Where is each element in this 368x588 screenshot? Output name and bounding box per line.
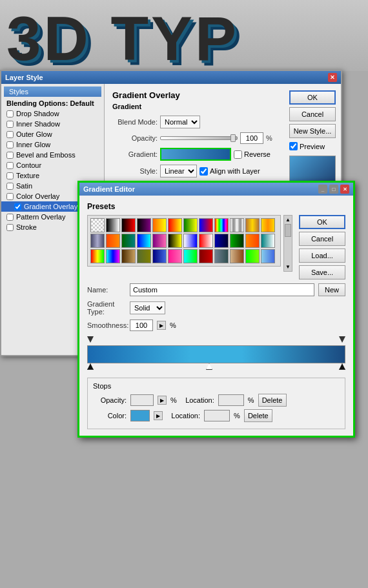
ge-new-button[interactable]: New xyxy=(318,283,345,296)
opacity-slider-thumb[interactable] xyxy=(230,134,236,142)
maximize-button[interactable]: □ xyxy=(329,185,338,194)
drop-shadow-checkbox[interactable] xyxy=(6,110,14,117)
outer-glow-checkbox[interactable] xyxy=(6,131,14,138)
preset-white-blue[interactable] xyxy=(183,234,198,248)
opacity-slider-track[interactable] xyxy=(160,136,238,140)
sidebar-item-contour[interactable]: Contour xyxy=(1,160,104,170)
preset-black-red[interactable] xyxy=(121,218,136,232)
name-input[interactable] xyxy=(130,283,314,296)
gradient-bar[interactable] xyxy=(87,345,345,363)
preset-copper[interactable] xyxy=(245,218,260,232)
preset-black-yellow[interactable] xyxy=(168,234,182,248)
preset-sky[interactable] xyxy=(261,249,275,263)
preset-steel[interactable] xyxy=(90,234,105,248)
sidebar-item-blending[interactable]: Blending Options: Default xyxy=(1,98,104,108)
color-delete-button[interactable]: Delete xyxy=(244,409,272,422)
preset-rainbow[interactable] xyxy=(214,218,229,232)
ge-cancel-button[interactable]: Cancel xyxy=(299,232,345,246)
ge-ok-button[interactable]: OK xyxy=(299,215,345,229)
color-stop-left[interactable] xyxy=(87,363,94,370)
preset-red-yellow[interactable] xyxy=(168,218,182,232)
presets-scrollbar[interactable]: ▲ ▼ xyxy=(283,215,292,272)
pattern-overlay-checkbox[interactable] xyxy=(6,214,14,221)
gradient-type-select[interactable]: Solid Noise xyxy=(130,301,165,314)
scroll-down-arrow[interactable]: ▼ xyxy=(285,264,291,270)
preset-multi1[interactable] xyxy=(90,249,105,263)
layer-style-close-button[interactable]: ✕ xyxy=(328,73,337,82)
texture-checkbox[interactable] xyxy=(6,172,14,179)
satin-checkbox[interactable] xyxy=(6,183,14,190)
smoothness-input[interactable] xyxy=(130,319,153,331)
bevel-checkbox[interactable] xyxy=(6,152,14,159)
blend-mode-select[interactable]: Normal xyxy=(160,116,200,128)
scroll-up-arrow[interactable]: ▲ xyxy=(285,217,291,223)
preset-maroon[interactable] xyxy=(199,249,213,263)
stops-opacity-location-input[interactable] xyxy=(218,394,244,406)
gradient-swatch[interactable] xyxy=(160,148,231,161)
preset-orange-red[interactable] xyxy=(106,234,120,248)
preset-green-dark[interactable] xyxy=(230,234,244,248)
sidebar-item-inner-glow[interactable]: Inner Glow xyxy=(1,139,104,150)
preset-transparent[interactable] xyxy=(90,218,105,232)
preset-blue-cyan[interactable] xyxy=(137,234,151,248)
preset-pink[interactable] xyxy=(168,249,182,263)
preview-checkbox[interactable] xyxy=(289,142,298,150)
reverse-checkbox[interactable] xyxy=(234,150,242,159)
color-swatch[interactable] xyxy=(130,410,150,421)
preset-cyan-green[interactable] xyxy=(183,249,198,263)
color-arrow[interactable]: ▶ xyxy=(154,411,163,420)
preset-slate[interactable] xyxy=(214,249,229,263)
preset-purple-pink[interactable] xyxy=(152,234,167,248)
opacity-delete-button[interactable]: Delete xyxy=(258,394,287,407)
smoothness-arrow[interactable]: ▶ xyxy=(157,321,166,330)
new-style-button[interactable]: New Style... xyxy=(289,124,336,138)
gradient-overlay-checkbox[interactable] xyxy=(14,203,21,210)
stops-opacity-input[interactable] xyxy=(130,394,154,406)
preset-red-white[interactable] xyxy=(199,234,213,248)
preset-orange-yellow[interactable] xyxy=(152,218,167,232)
opacity-stop-right[interactable] xyxy=(339,336,345,343)
preset-green-teal[interactable] xyxy=(121,234,136,248)
inner-shadow-checkbox[interactable] xyxy=(6,121,14,128)
ok-button[interactable]: OK xyxy=(289,90,336,105)
preset-black-purple[interactable] xyxy=(137,218,151,232)
color-overlay-checkbox[interactable] xyxy=(6,193,14,200)
preset-navy-blue[interactable] xyxy=(152,249,167,263)
color-stop-right[interactable] xyxy=(339,363,345,370)
preset-lime[interactable] xyxy=(245,249,260,263)
inner-glow-checkbox[interactable] xyxy=(6,141,14,148)
sidebar-item-inner-shadow[interactable]: Inner Shadow xyxy=(1,119,104,129)
sidebar-item-bevel[interactable]: Bevel and Emboss xyxy=(1,150,104,160)
color-stop-mid[interactable] xyxy=(206,363,212,370)
cancel-button[interactable]: Cancel xyxy=(289,107,336,121)
sidebar-styles-header[interactable]: Styles xyxy=(4,86,101,97)
scroll-thumb[interactable] xyxy=(285,224,291,237)
preset-brown-tan[interactable] xyxy=(121,249,136,263)
opacity-input[interactable] xyxy=(240,132,263,144)
preset-bw[interactable] xyxy=(106,218,120,232)
ge-save-button[interactable]: Save... xyxy=(299,265,345,279)
stops-color-location-input[interactable] xyxy=(204,410,230,421)
preset-multi2[interactable] xyxy=(106,249,120,263)
preset-chrome[interactable] xyxy=(230,218,244,232)
close-button[interactable]: ✕ xyxy=(340,185,349,194)
opacity-stop-left[interactable] xyxy=(87,336,94,343)
sidebar-item-drop-shadow[interactable]: Drop Shadow xyxy=(1,108,104,119)
ge-load-button[interactable]: Load... xyxy=(299,248,345,263)
preset-green-yellow[interactable] xyxy=(183,218,198,232)
preset-blue-dark[interactable] xyxy=(214,234,229,248)
preset-tan-brown[interactable] xyxy=(230,249,244,263)
preset-orange[interactable] xyxy=(245,234,260,248)
preset-blue-red[interactable] xyxy=(199,218,213,232)
minimize-button[interactable]: _ xyxy=(318,185,327,194)
contour-checkbox[interactable] xyxy=(6,162,14,169)
style-select[interactable]: Linear xyxy=(160,165,197,177)
preset-olive[interactable] xyxy=(137,249,151,263)
stroke-checkbox[interactable] xyxy=(6,224,14,231)
align-layer-checkbox[interactable] xyxy=(199,167,208,176)
sidebar-item-texture[interactable]: Texture xyxy=(1,170,104,181)
preset-teal-white[interactable] xyxy=(261,234,275,248)
preset-gold[interactable] xyxy=(261,218,275,232)
sidebar-item-outer-glow[interactable]: Outer Glow xyxy=(1,129,104,139)
stops-opacity-arrow[interactable]: ▶ xyxy=(158,396,167,405)
